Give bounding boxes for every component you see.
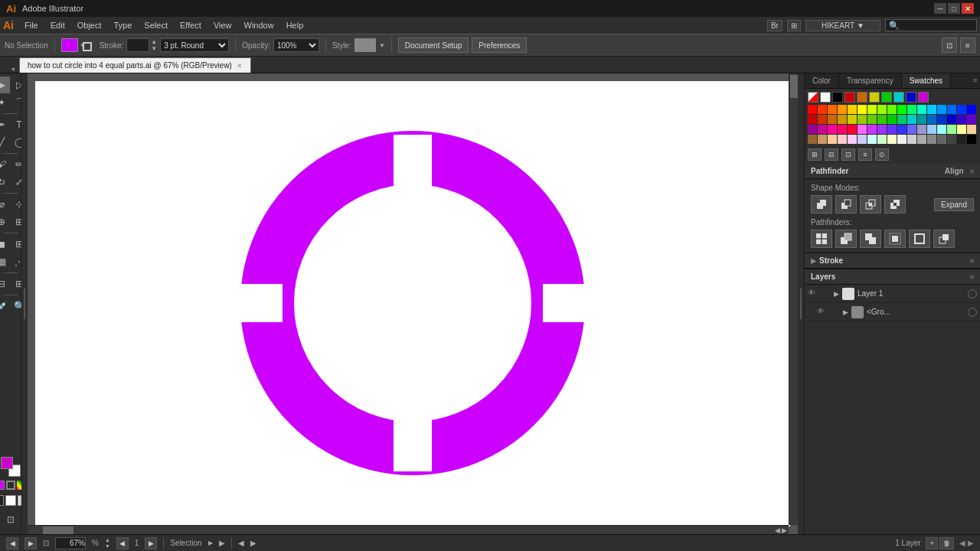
swatch[interactable] — [927, 115, 936, 124]
layers-panel-menu[interactable]: ≡ — [970, 273, 974, 281]
menu-edit[interactable]: Edit — [44, 19, 71, 31]
swatch[interactable] — [907, 115, 916, 124]
layer-expand-arrow-1[interactable]: ▶ — [834, 290, 839, 298]
tab-close-button[interactable]: ✕ — [237, 62, 243, 70]
rotate-tool[interactable]: ↻ — [0, 174, 10, 191]
bridge-button[interactable]: Br — [767, 20, 782, 31]
left-resize-handle[interactable] — [21, 73, 28, 534]
swatch[interactable] — [867, 125, 877, 134]
swatch[interactable] — [828, 105, 837, 114]
maximize-button[interactable]: □ — [948, 3, 960, 14]
swatch[interactable] — [858, 125, 867, 134]
swatch[interactable] — [957, 135, 966, 144]
swatch[interactable] — [947, 105, 956, 114]
swatch[interactable] — [818, 115, 827, 124]
fill-color-box[interactable] — [61, 38, 78, 52]
none-swatch[interactable] — [808, 92, 818, 103]
swatch[interactable] — [967, 125, 976, 134]
close-button[interactable]: ✕ — [962, 3, 974, 14]
vscroll-thumb[interactable] — [790, 75, 798, 98]
swatch[interactable] — [937, 105, 946, 114]
swatch[interactable] — [917, 135, 926, 144]
search-box[interactable]: 🔍 — [885, 19, 977, 31]
swatch[interactable] — [877, 135, 887, 144]
preferences-button[interactable]: Preferences — [472, 37, 527, 53]
swatch[interactable] — [848, 135, 857, 144]
white-swatch[interactable] — [5, 495, 16, 506]
orange-swatch[interactable] — [857, 92, 867, 103]
swatch[interactable] — [937, 125, 946, 134]
swatch[interactable] — [897, 135, 906, 144]
pen-tool[interactable]: ✒ — [0, 116, 10, 133]
statusbar-left-btn[interactable]: ◀ — [6, 537, 18, 549]
swatch[interactable] — [877, 125, 887, 134]
layer-name-group[interactable]: <Gro... — [867, 308, 965, 316]
selection-tool[interactable]: ▶ — [0, 77, 10, 93]
white-swatch-panel[interactable] — [820, 92, 831, 103]
swatch-groups-btn[interactable]: ⊡ — [841, 148, 855, 161]
menu-file[interactable]: File — [18, 19, 44, 31]
next-page-btn[interactable]: ▶ — [145, 537, 157, 549]
tab-transparency[interactable]: Transparency — [839, 73, 902, 88]
arrange-button[interactable]: ⊡ — [942, 37, 957, 53]
expand-button[interactable]: Expand — [934, 198, 974, 211]
swatch[interactable] — [907, 125, 916, 134]
swatch[interactable] — [858, 115, 867, 124]
swatch[interactable] — [877, 115, 887, 124]
swatch-options-btn[interactable]: ⊙ — [875, 148, 889, 161]
delete-layer-btn[interactable]: 🗑 — [939, 537, 954, 549]
layer-name-1[interactable]: Layer 1 — [858, 289, 965, 298]
layer-visibility-1[interactable]: 👁 — [808, 289, 818, 299]
swatch[interactable] — [877, 105, 887, 114]
green-swatch[interactable] — [881, 92, 892, 103]
blue-swatch[interactable] — [906, 92, 916, 103]
swatch[interactable] — [828, 115, 837, 124]
swatch[interactable] — [848, 115, 857, 124]
swatch[interactable] — [937, 115, 946, 124]
stroke-cap-select[interactable]: 3 pt. Round — [160, 38, 229, 52]
trim-btn[interactable] — [835, 230, 857, 248]
swatch[interactable] — [967, 135, 976, 144]
change-screen-btn[interactable]: ⊡ — [2, 511, 19, 528]
swatch[interactable] — [808, 135, 817, 144]
stroke-panel-menu[interactable]: ≡ — [970, 257, 974, 265]
swatch[interactable] — [867, 135, 877, 144]
swatch[interactable] — [897, 125, 906, 134]
menu-object[interactable]: Object — [71, 19, 108, 31]
align-tab[interactable]: Align — [945, 167, 964, 175]
red-swatch[interactable] — [844, 92, 855, 103]
black-swatch[interactable] — [0, 495, 4, 506]
foreground-color[interactable] — [1, 457, 13, 469]
swatch[interactable] — [947, 125, 956, 134]
right-resize-handle[interactable] — [798, 73, 804, 534]
layer-target-group[interactable] — [968, 308, 977, 317]
scroll-right-btn[interactable]: ▶ — [782, 527, 787, 534]
swatch[interactable] — [858, 135, 867, 144]
hscroll-thumb[interactable] — [43, 527, 74, 534]
swatch[interactable] — [867, 105, 877, 114]
layer-row-1[interactable]: 👁 ▶ Layer 1 — [805, 285, 980, 303]
layer-expand-arrow-group[interactable]: ▶ — [843, 308, 848, 316]
panel-options-btn[interactable]: ≡ — [970, 168, 974, 175]
swatch[interactable] — [897, 115, 906, 124]
horizontal-scrollbar[interactable]: ◀ ▶ — [28, 525, 789, 534]
stroke-weight-input[interactable] — [126, 38, 149, 52]
swatch[interactable] — [897, 105, 906, 114]
magic-wand-tool[interactable]: ✦ — [0, 94, 10, 111]
shape-builder-tool[interactable]: ⊕ — [0, 214, 10, 230]
stroke-up-btn[interactable]: ▲▼ — [151, 38, 157, 52]
paintbrush-tool[interactable]: 🖌 — [0, 156, 10, 173]
swatch[interactable] — [907, 105, 916, 114]
cyan-swatch[interactable] — [893, 92, 904, 103]
arrangement-button[interactable]: ⊞ — [787, 20, 801, 31]
layer-visibility-group[interactable]: 👁 — [817, 307, 828, 318]
unite-btn[interactable] — [811, 195, 832, 214]
swatch[interactable] — [887, 135, 897, 144]
swatch[interactable] — [818, 135, 827, 144]
warp-tool[interactable]: ⌀ — [0, 196, 10, 213]
swatch[interactable] — [937, 135, 946, 144]
bar-chart-tool[interactable]: ▦ — [0, 253, 10, 270]
swatch[interactable] — [957, 105, 966, 114]
swatch[interactable] — [828, 135, 837, 144]
swatch[interactable] — [947, 135, 956, 144]
